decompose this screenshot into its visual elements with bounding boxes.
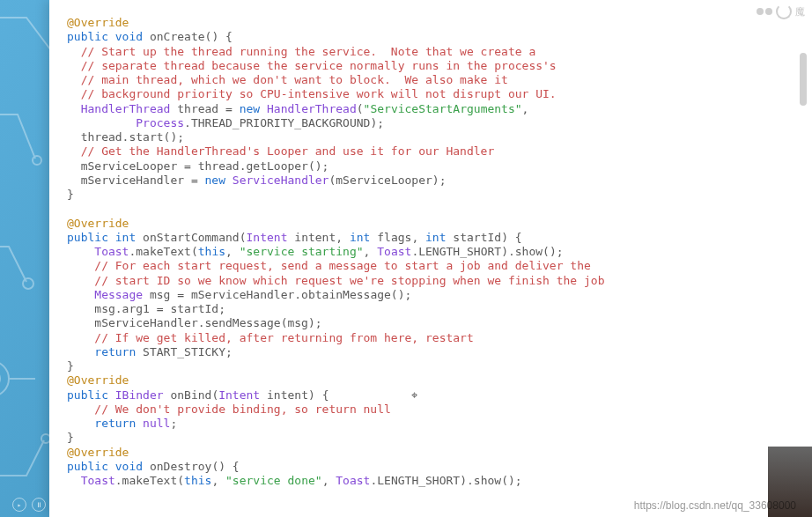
annotation-override: @Override [67,217,129,230]
svg-point-4 [23,278,33,289]
control-icon-1[interactable]: ▸ [12,498,26,512]
watermark-text: https://blog.csdn.net/qq_33608000 [634,499,796,512]
corner-label: 魔 [795,5,805,18]
code-panel: 魔 @Override public void onCreate() { // … [49,0,812,517]
control-icon-2[interactable]: ⏸ [32,498,46,512]
mouse-cursor-icon: ⌖ [411,388,417,402]
svg-point-3 [33,156,41,165]
scrollbar[interactable] [800,53,807,106]
code-block: @Override public void onCreate() { // St… [67,16,794,488]
annotation-override: @Override [67,373,129,387]
annotation-override: @Override [67,16,129,29]
bottom-controls: ▸ ⏸ ○ [12,498,65,512]
control-icon-3[interactable]: ○ [51,498,65,512]
svg-point-5 [0,361,9,396]
annotation-override: @Override [67,446,129,459]
corner-logo: 魔 [757,4,805,19]
